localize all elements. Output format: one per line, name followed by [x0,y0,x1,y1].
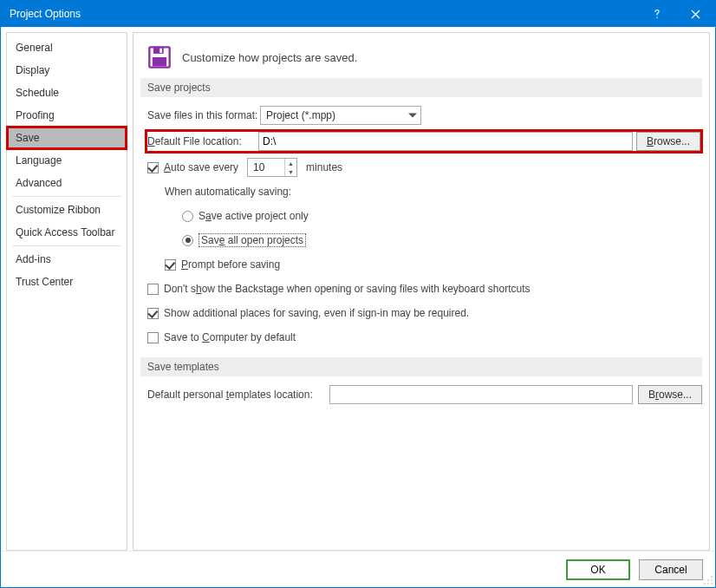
autosave-checkbox[interactable] [147,162,159,173]
spinner-arrows[interactable]: ▲▼ [284,159,296,176]
save-format-combo[interactable]: Project (*.mpp) [260,106,421,125]
sidebar-item-proofing[interactable]: Proofing [7,104,127,127]
prompt-before-saving-label: Prompt before saving [181,258,280,271]
browse-default-location-button[interactable]: Browse... [636,132,700,151]
browse-templates-button[interactable]: Browse... [638,385,702,404]
sidebar-item-customize-ribbon[interactable]: Customize Ribbon [7,199,127,221]
minutes-label: minutes [306,161,342,173]
show-additional-places-checkbox[interactable] [147,308,159,319]
section-save-templates: Save templates [140,357,702,376]
save-templates-form: Default personal templates location: Bro… [140,385,702,404]
close-button[interactable] [676,1,715,27]
svg-point-5 [707,579,709,581]
sidebar-separator [12,245,121,246]
default-file-location-input[interactable] [258,132,633,151]
body: General Display Schedule Proofing Save L… [1,27,715,551]
save-to-computer-label: Save to Computer by default [164,331,296,343]
sidebar-item-quick-access-toolbar[interactable]: Quick Access Toolbar [7,221,127,244]
sidebar-item-advanced[interactable]: Advanced [7,172,127,194]
svg-point-7 [704,583,706,585]
sidebar-item-trust-center[interactable]: Trust Center [7,271,127,293]
main-panel: Customize how projects are saved. Save p… [133,32,710,551]
save-disk-icon [147,45,172,69]
autosave-label: Auto save every [164,161,238,173]
svg-point-8 [707,583,709,585]
save-format-label: Save files in this format: [147,109,260,121]
save-all-open-projects-label: Save all open projects [199,233,306,247]
templates-location-input[interactable] [329,385,633,404]
svg-point-6 [711,579,713,581]
ok-button[interactable]: OK [566,559,630,580]
help-button[interactable] [637,1,676,27]
titlebar: Project Options [1,1,715,27]
svg-rect-1 [153,48,164,54]
footer: OK Cancel [1,551,715,587]
sidebar-item-language[interactable]: Language [7,149,127,172]
show-additional-places-label: Show additional places for saving, even … [164,307,469,319]
save-active-project-radio[interactable] [182,211,193,222]
page-header: Customize how projects are saved. [140,42,702,78]
dont-show-backstage-checkbox[interactable] [147,284,159,295]
autosave-interval-spinner[interactable]: 10 ▲▼ [247,158,297,177]
dont-show-backstage-label: Don't show the Backstage when opening or… [164,283,530,295]
when-automatically-saving-label: When automatically saving: [165,186,291,198]
project-options-window: Project Options General Display Schedule… [0,0,716,588]
svg-point-9 [711,583,713,585]
chevron-down-icon [408,114,417,118]
svg-point-4 [711,576,713,578]
default-file-location-label: Default File location: [147,135,258,147]
svg-rect-2 [159,49,162,53]
sidebar-item-save[interactable]: Save [7,127,127,149]
sidebar-item-general[interactable]: General [7,36,127,59]
templates-location-label: Default personal templates location: [147,389,329,401]
window-title: Project Options [10,8,637,20]
save-to-computer-checkbox[interactable] [147,332,159,343]
sidebar-item-add-ins[interactable]: Add-ins [7,248,127,271]
save-all-open-projects-radio[interactable] [182,235,193,246]
default-file-location-row: Default File location: Browse... [146,130,702,153]
resize-grip-icon[interactable] [703,575,713,585]
prompt-before-saving-checkbox[interactable] [165,259,176,271]
sidebar-item-schedule[interactable]: Schedule [7,82,127,104]
save-projects-form: Save files in this format: Project (*.mp… [140,106,702,347]
page-subtitle: Customize how projects are saved. [182,51,357,64]
save-active-project-label: Save active project only [199,210,309,222]
section-save-projects: Save projects [140,78,702,97]
autosave-interval-value: 10 [248,161,284,173]
cancel-button[interactable]: Cancel [639,559,703,580]
sidebar: General Display Schedule Proofing Save L… [6,32,127,551]
sidebar-item-display[interactable]: Display [7,59,127,82]
svg-rect-3 [153,57,166,67]
sidebar-separator [12,196,121,197]
save-format-value: Project (*.mpp) [266,109,335,121]
